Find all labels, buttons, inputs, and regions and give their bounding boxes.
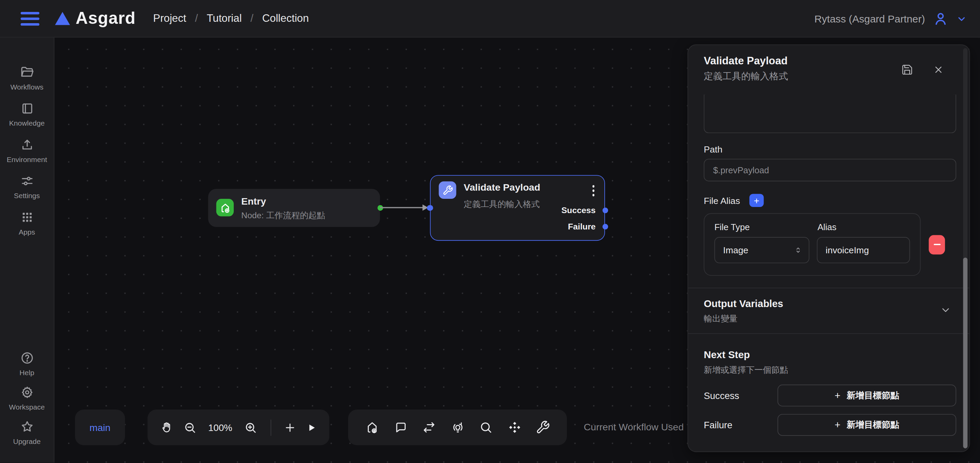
branch-name: main	[89, 422, 111, 433]
upload-icon	[20, 137, 34, 152]
validate-payload-node[interactable]: Validate Payload 定義工具的輸入格式 Success Failu…	[430, 175, 605, 241]
breadcrumb: Project / Tutorial / Collection	[153, 12, 309, 25]
sidebar-item-help[interactable]: Help	[0, 351, 54, 377]
question-circle-icon	[20, 351, 34, 365]
sidebar-item-label: Settings	[14, 192, 40, 200]
star-icon	[20, 420, 34, 434]
select-updown-icon	[794, 246, 803, 255]
output-variables-section[interactable]: Output Variables 輸出變量	[704, 288, 956, 325]
failure-branch-label: Failure	[704, 420, 778, 430]
breadcrumb-collection[interactable]: Collection	[262, 12, 309, 25]
auto-layout-icon[interactable]	[508, 420, 522, 434]
next-step-title: Next Step	[704, 349, 956, 362]
sidebar-footer: Help Workspace Upgrade	[0, 351, 54, 445]
next-step-subtitle: 新增或選擇下一個節點	[704, 365, 956, 376]
file-type-select[interactable]: Image	[714, 237, 809, 263]
sidebar-item-label: Knowledge	[9, 120, 45, 127]
zoom-in-icon[interactable]	[244, 420, 258, 434]
close-icon[interactable]	[932, 63, 945, 77]
description-textarea[interactable]	[704, 94, 956, 133]
sidebar-item-settings[interactable]: Settings	[0, 174, 54, 200]
run-play-icon[interactable]	[305, 422, 317, 433]
plus-icon: +	[835, 420, 840, 429]
sidebar-item-label: Environment	[7, 156, 47, 163]
sidebar-item-label: Help	[19, 369, 34, 377]
save-icon[interactable]	[900, 63, 914, 77]
add-entry-node-icon[interactable]	[365, 420, 379, 434]
sidebar-item-workflows[interactable]: Workflows	[0, 65, 54, 91]
idea-refresh-icon[interactable]	[450, 420, 465, 434]
entry-node-subtitle: Node: 工作流程的起點	[241, 210, 325, 221]
file-alias-card: File Type Alias Image invoiceImg	[704, 213, 920, 276]
app-window: Asgard Project / Tutorial / Collection R…	[0, 0, 980, 463]
zoom-level: 100%	[208, 422, 232, 433]
node-menu-kebab-icon[interactable]	[591, 184, 596, 197]
workflow-usage-status: Current Workflow Used	[584, 421, 684, 433]
breadcrumb-separator: /	[195, 12, 198, 25]
breadcrumb-project[interactable]: Project	[153, 12, 186, 25]
edge-entry-to-validate	[380, 207, 424, 208]
hamburger-menu-icon[interactable]	[21, 11, 40, 25]
success-output-port[interactable]	[603, 208, 608, 214]
breadcrumb-tutorial[interactable]: Tutorial	[207, 12, 242, 25]
remove-file-alias-button[interactable]	[929, 235, 945, 254]
success-branch-label: Success	[704, 390, 778, 401]
panel-header: Validate Payload 定義工具的輸入格式	[704, 45, 956, 82]
user-icon[interactable]	[932, 11, 949, 27]
success-branch-row: Success + 新增目標節點	[704, 385, 956, 407]
zoom-out-icon[interactable]	[183, 420, 196, 434]
path-label: Path	[704, 144, 956, 155]
add-failure-target-button[interactable]: + 新增目標節點	[778, 414, 956, 436]
panel-scrollbar-thumb[interactable]	[963, 258, 967, 449]
toolbar-divider	[270, 420, 271, 436]
failure-output-port[interactable]	[603, 224, 608, 230]
output-variables-subtitle: 輸出變量	[704, 313, 956, 324]
sidebar-item-upgrade[interactable]: Upgrade	[0, 420, 54, 445]
add-file-alias-button[interactable]: +	[749, 194, 764, 207]
canvas-controls-toolbar: 100%	[147, 410, 329, 445]
account-name: Rytass (Asgard Partner)	[814, 13, 925, 25]
folder-icon	[20, 65, 34, 79]
collapse-chevron-icon[interactable]	[940, 304, 951, 316]
account-menu[interactable]: Rytass (Asgard Partner)	[814, 0, 967, 37]
alias-input[interactable]: invoiceImg	[817, 237, 910, 263]
output-variables-title: Output Variables	[704, 297, 956, 310]
pan-hand-icon[interactable]	[160, 420, 173, 434]
brand-name: Asgard	[76, 9, 135, 28]
validate-output-success-label: Success	[562, 206, 596, 215]
sidebar-item-environment[interactable]: Environment	[0, 137, 54, 163]
entry-node[interactable]: Entry Node: 工作流程的起點	[208, 189, 380, 227]
add-success-target-button[interactable]: + 新增目標節點	[778, 385, 956, 407]
search-icon[interactable]	[479, 420, 493, 434]
plus-icon: +	[754, 196, 759, 205]
add-icon[interactable]	[284, 421, 297, 434]
workflow-canvas[interactable]: Entry Node: 工作流程的起點 Validate Payload 定義工…	[54, 37, 980, 463]
asgard-logo-icon	[55, 12, 70, 25]
swap-arrows-icon[interactable]	[422, 420, 436, 434]
house-plus-icon	[219, 201, 231, 214]
sliders-icon	[20, 174, 34, 188]
sidebar-item-label: Workflows	[10, 83, 43, 91]
gear-icon	[20, 385, 34, 400]
entry-node-badge	[216, 199, 234, 216]
sidebar-item-label: Workspace	[9, 404, 45, 411]
path-input[interactable]: $.prevPayload	[704, 159, 956, 182]
panel-scrollbar-track[interactable]	[963, 48, 967, 449]
sidebar-item-workspace[interactable]: Workspace	[0, 385, 54, 411]
apps-grid-icon	[20, 210, 34, 224]
sidebar-item-label: Apps	[19, 228, 35, 236]
node-palette-toolbar	[348, 410, 567, 445]
plus-icon: +	[835, 391, 840, 400]
comment-icon[interactable]	[393, 420, 408, 434]
sidebar-item-knowledge[interactable]: Knowledge	[0, 101, 54, 127]
tool-wrench-icon[interactable]	[536, 420, 550, 434]
validate-input-port[interactable]	[427, 205, 433, 211]
chevron-down-icon[interactable]	[956, 13, 967, 24]
sidebar-item-apps[interactable]: Apps	[0, 210, 54, 236]
file-type-label: File Type	[714, 222, 817, 232]
validate-node-subtitle: 定義工具的輸入格式	[464, 199, 540, 210]
validate-output-failure-label: Failure	[568, 222, 595, 232]
branch-selector[interactable]: main	[75, 410, 125, 445]
breadcrumb-separator: /	[250, 12, 253, 25]
validate-node-title: Validate Payload	[464, 182, 540, 193]
